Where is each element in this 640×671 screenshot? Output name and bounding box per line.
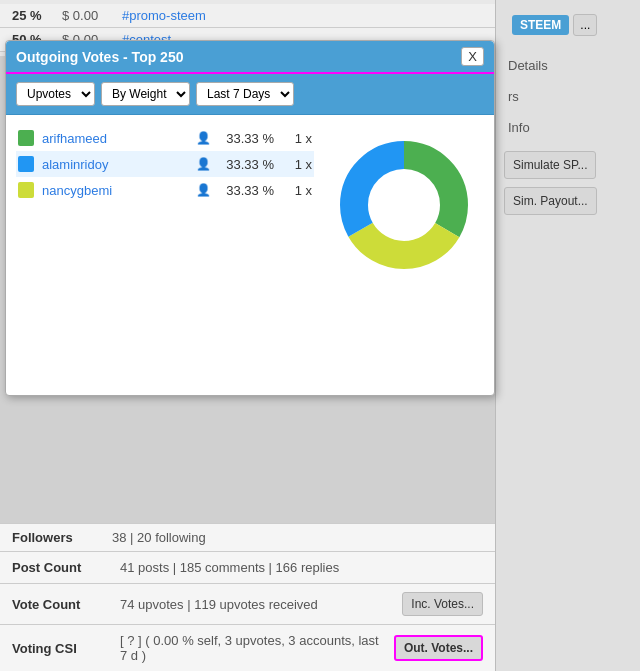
period-select[interactable]: Last 7 Days <box>196 82 294 106</box>
post-count-value: 41 posts | 185 comments | 166 replies <box>120 560 483 575</box>
donut-chart-area <box>324 125 484 385</box>
sidebar-item-rs[interactable]: rs <box>496 81 640 112</box>
modal-title: Outgoing Votes - Top 250 <box>16 49 183 65</box>
vote-count-2: 1 x <box>282 183 312 198</box>
vote-list: arifhameed 👤 33.33 % 1 x alaminridoy 👤 3… <box>16 125 324 385</box>
vote-name-0: arifhameed <box>42 131 188 146</box>
voting-csi-label: Voting CSI <box>12 641 112 656</box>
vote-color-2 <box>18 182 34 198</box>
right-sidebar: STEEM ... Details rs Info Simulate SP...… <box>495 0 640 671</box>
vote-item-1[interactable]: alaminridoy 👤 33.33 % 1 x <box>16 151 314 177</box>
bg-row-1-pct: 25 % <box>12 8 62 23</box>
vote-color-0 <box>18 130 34 146</box>
bg-row-1-amt: $ 0.00 <box>62 8 122 23</box>
vote-color-1 <box>18 156 34 172</box>
modal-close-button[interactable]: X <box>461 47 484 66</box>
voting-csi-value: [ ? ] ( 0.00 % self, 3 upvotes, 3 accoun… <box>120 633 386 663</box>
followers-value: 38 | 20 following <box>112 530 206 545</box>
bottom-info-section: Followers 38 | 20 following Post Count 4… <box>0 523 495 671</box>
steem-bar: STEEM ... <box>504 8 632 42</box>
post-count-label: Post Count <box>12 560 112 575</box>
vote-name-1: alaminridoy <box>42 157 188 172</box>
simulate-sp-button[interactable]: Simulate SP... <box>504 151 596 179</box>
vote-item-0[interactable]: arifhameed 👤 33.33 % 1 x <box>16 125 314 151</box>
vote-count-0: 1 x <box>282 131 312 146</box>
vote-item-2[interactable]: nancygbemi 👤 33.33 % 1 x <box>16 177 314 203</box>
vote-count-label: Vote Count <box>12 597 112 612</box>
vote-count-row: Vote Count 74 upvotes | 119 upvotes rece… <box>0 583 495 624</box>
chart-center-hole <box>370 171 438 239</box>
donut-chart <box>334 135 474 275</box>
vote-pct-0: 33.33 % <box>219 131 274 146</box>
vote-pct-2: 33.33 % <box>219 183 274 198</box>
vote-pct-1: 33.33 % <box>219 157 274 172</box>
person-icon-2: 👤 <box>196 183 211 197</box>
modal-header: Outgoing Votes - Top 250 X <box>6 41 494 74</box>
steem-badge[interactable]: STEEM <box>512 15 569 35</box>
bg-row-1-tag: #promo-steem <box>122 8 206 23</box>
vote-count-value: 74 upvotes | 119 upvotes received <box>120 597 394 612</box>
vote-type-select[interactable]: Upvotes <box>16 82 95 106</box>
vote-name-2: nancygbemi <box>42 183 188 198</box>
out-votes-button[interactable]: Out. Votes... <box>394 635 483 661</box>
voting-csi-row: Voting CSI [ ? ] ( 0.00 % self, 3 upvote… <box>0 624 495 671</box>
sidebar-item-info[interactable]: Info <box>496 112 640 143</box>
weight-select[interactable]: By Weight <box>101 82 190 106</box>
modal-body: arifhameed 👤 33.33 % 1 x alaminridoy 👤 3… <box>6 115 494 395</box>
modal-empty-space <box>16 203 314 323</box>
modal-toolbar: Upvotes By Weight Last 7 Days <box>6 74 494 115</box>
dots-button[interactable]: ... <box>573 14 597 36</box>
vote-count-1: 1 x <box>282 157 312 172</box>
followers-row: Followers 38 | 20 following <box>0 523 495 551</box>
outgoing-votes-modal: Outgoing Votes - Top 250 X Upvotes By We… <box>5 40 495 396</box>
post-count-row: Post Count 41 posts | 185 comments | 166… <box>0 551 495 583</box>
person-icon-0: 👤 <box>196 131 211 145</box>
sidebar-item-details[interactable]: Details <box>496 50 640 81</box>
sim-payout-button[interactable]: Sim. Payout... <box>504 187 597 215</box>
followers-label: Followers <box>12 530 112 545</box>
person-icon-1: 👤 <box>196 157 211 171</box>
inc-votes-button[interactable]: Inc. Votes... <box>402 592 483 616</box>
